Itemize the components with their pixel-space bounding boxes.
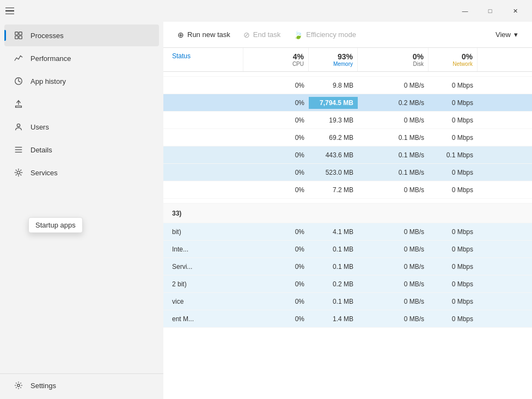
- td-memory: 1.4 MB: [309, 313, 358, 325]
- minimize-button[interactable]: —: [452, 2, 478, 20]
- td-cpu: 0%: [243, 261, 309, 273]
- td-cpu: 0%: [243, 313, 309, 325]
- td-cpu: 0%: [243, 79, 309, 91]
- td-cpu: 0%: [243, 184, 309, 196]
- svg-point-5: [17, 124, 20, 127]
- td-cpu: 0%: [243, 114, 309, 126]
- th-network[interactable]: 0% Network: [429, 48, 478, 71]
- sidebar-item-services[interactable]: Services: [4, 162, 159, 183]
- content-area: ⊕ Run new task ⊘ End task 🍃 Efficiency m…: [163, 22, 532, 399]
- sidebar-item-performance[interactable]: Performance: [4, 47, 159, 69]
- title-bar: — □ ✕: [0, 0, 532, 22]
- svg-rect-2: [15, 36, 18, 39]
- maximize-button[interactable]: □: [478, 2, 503, 20]
- td-cpu: 0%: [243, 97, 309, 109]
- sidebar-item-app-history[interactable]: App history: [4, 70, 159, 92]
- table-row[interactable]: 33): [163, 204, 532, 223]
- td-network: 0 Mbps: [429, 114, 478, 126]
- td-memory: 4.1 MB: [309, 226, 358, 238]
- td-network: 0 Mbps: [429, 184, 478, 196]
- hamburger-menu[interactable]: [4, 4, 17, 17]
- td-disk: 0 MB/s: [358, 261, 429, 273]
- sidebar: Processes Performance App history: [0, 22, 163, 399]
- td-network: [429, 211, 478, 216]
- td-network: 0 Mbps: [429, 167, 478, 179]
- table-body: 0%9.8 MB0 MB/s0 Mbps0%7,794.5 MB0.2 MB/s…: [163, 72, 532, 399]
- td-cpu: 0%: [243, 296, 309, 308]
- td-cpu: 0%: [243, 149, 309, 161]
- table-row[interactable]: 0%9.8 MB0 MB/s0 Mbps: [163, 77, 532, 94]
- td-network: 0.1 Mbps: [429, 149, 478, 161]
- details-icon: [13, 144, 24, 155]
- table-row[interactable]: 0%7,794.5 MB0.2 MB/s0 Mbps: [163, 94, 532, 112]
- th-disk[interactable]: 0% Disk: [358, 48, 429, 71]
- processes-label: Processes: [30, 32, 64, 40]
- performance-label: Performance: [30, 54, 71, 63]
- th-status[interactable]: Status: [163, 48, 243, 71]
- td-cpu: 0%: [243, 132, 309, 144]
- td-memory: 0.1 MB: [309, 261, 358, 273]
- main-layout: Processes Performance App history: [0, 22, 532, 399]
- td-status: Servi...: [163, 261, 243, 273]
- td-memory: [309, 211, 358, 216]
- table-row[interactable]: 2 bit)0%0.2 MB0 MB/s0 Mbps: [163, 275, 532, 293]
- td-disk: [358, 211, 429, 216]
- td-disk: 0.2 MB/s: [358, 97, 429, 109]
- table-row[interactable]: [163, 199, 532, 204]
- sidebar-item-processes[interactable]: Processes: [4, 24, 159, 46]
- td-network: 0 Mbps: [429, 261, 478, 273]
- table-row[interactable]: Servi...0%0.1 MB0 MB/s0 Mbps: [163, 258, 532, 275]
- th-cpu[interactable]: 4% CPU: [243, 48, 309, 71]
- sidebar-item-settings[interactable]: Settings: [4, 375, 159, 396]
- td-network: 0 Mbps: [429, 313, 478, 325]
- table-row[interactable]: [163, 72, 532, 77]
- svg-rect-0: [15, 32, 18, 35]
- table-row[interactable]: 0%69.2 MB0.1 MB/s0 Mbps: [163, 129, 532, 146]
- table-row[interactable]: ent M...0%1.4 MB0 MB/s0 Mbps: [163, 310, 532, 328]
- svg-point-10: [17, 384, 20, 387]
- table-row[interactable]: Inte...0%0.1 MB0 MB/s0 Mbps: [163, 241, 532, 258]
- td-memory: 7,794.5 MB: [309, 97, 358, 109]
- td-disk: 0.1 MB/s: [358, 167, 429, 179]
- sidebar-item-users[interactable]: Users: [4, 116, 159, 138]
- td-network: 0 Mbps: [429, 132, 478, 144]
- run-new-task-button[interactable]: ⊕ Run new task: [172, 27, 236, 42]
- td-memory: 443.6 MB: [309, 149, 358, 161]
- td-status: [163, 83, 243, 88]
- td-status: 2 bit): [163, 278, 243, 290]
- td-disk: 0 MB/s: [358, 278, 429, 290]
- table-row[interactable]: 0%19.3 MB0 MB/s0 Mbps: [163, 112, 532, 129]
- td-disk: 0 MB/s: [358, 296, 429, 308]
- table-row[interactable]: 0%523.0 MB0.1 MB/s0 Mbps: [163, 164, 532, 181]
- td-status: [163, 188, 243, 192]
- td-disk: 0 MB/s: [358, 313, 429, 325]
- td-status: 33): [163, 207, 243, 219]
- td-cpu: 0%: [243, 278, 309, 290]
- td-status: [163, 153, 243, 157]
- td-disk: 0.1 MB/s: [358, 149, 429, 161]
- sidebar-item-startup-apps[interactable]: Startup apps: [4, 93, 159, 115]
- table-row[interactable]: vice0%0.1 MB0 MB/s0 Mbps: [163, 293, 532, 310]
- efficiency-mode-button[interactable]: 🍃 Efficiency mode: [288, 27, 362, 42]
- table-row[interactable]: 0%443.6 MB0.1 MB/s0.1 Mbps: [163, 146, 532, 164]
- svg-rect-1: [19, 32, 22, 35]
- sidebar-item-details[interactable]: Details: [4, 139, 159, 161]
- td-memory: 19.3 MB: [309, 114, 358, 126]
- startup-apps-icon: [13, 99, 24, 109]
- table-row[interactable]: 0%7.2 MB0 MB/s0 Mbps: [163, 181, 532, 199]
- td-cpu: [243, 211, 309, 216]
- td-memory: 0.1 MB: [309, 296, 358, 308]
- th-memory[interactable]: 93% Memory: [309, 48, 358, 71]
- td-memory: 7.2 MB: [309, 184, 358, 196]
- services-icon: [13, 167, 24, 178]
- close-button[interactable]: ✕: [503, 2, 528, 20]
- td-status: [163, 101, 243, 105]
- td-memory: 0.2 MB: [309, 278, 358, 290]
- end-task-button[interactable]: ⊘ End task: [238, 27, 286, 42]
- td-memory: 523.0 MB: [309, 167, 358, 179]
- td-disk: 0 MB/s: [358, 226, 429, 238]
- td-network: 0 Mbps: [429, 79, 478, 91]
- table-row[interactable]: bit)0%4.1 MB0 MB/s0 Mbps: [163, 223, 532, 241]
- view-button[interactable]: View ▾: [490, 27, 523, 42]
- processes-icon: [13, 30, 24, 41]
